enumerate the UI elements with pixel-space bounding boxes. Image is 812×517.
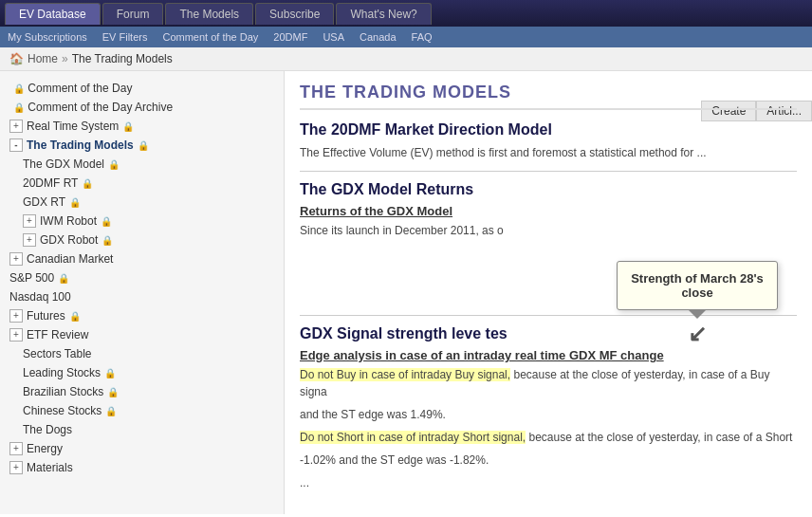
sidebar-item-20dmf-rt[interactable]: 20DMF RT 🔒 (0, 174, 284, 193)
lock-icon: 🔒 (138, 140, 149, 151)
section3-line2: Do not Short in case of intraday Short s… (300, 429, 797, 446)
main-layout: 🔒 Comment of the Day 🔒 Comment of the Da… (0, 71, 812, 514)
expand-icon-iwm: + (23, 214, 36, 228)
sidebar-item-energy[interactable]: + Energy (0, 439, 284, 458)
lock-icon: 🔒 (82, 178, 93, 189)
section3-line1-extra: and the ST edge was 1.49%. (300, 406, 797, 423)
nav-ev-filters[interactable]: EV Filters (102, 31, 148, 43)
sidebar-item-canadian-market[interactable]: + Canadian Market (0, 249, 284, 268)
nav-tab-ev-database[interactable]: EV Database (5, 3, 101, 25)
section3-subheading: Edge analysis in case of an intraday rea… (300, 348, 797, 362)
expand-icon-real-time: + (9, 120, 23, 133)
sidebar-item-futures[interactable]: + Futures 🔒 (0, 306, 284, 325)
lock-icon: 🔒 (69, 197, 81, 208)
lock-icon: 🔒 (104, 368, 116, 379)
sidebar-item-gdx-robot[interactable]: + GDX Robot 🔒 (0, 231, 284, 249)
expand-icon-futures: + (9, 309, 23, 323)
nav-tab-models[interactable]: The Models (165, 3, 253, 25)
sidebar-item-trading-models[interactable]: - The Trading Models 🔒 (0, 136, 284, 155)
section2-body: Since its launch in December 2011, as o (300, 222, 797, 239)
section2-subheading: Returns of the GDX Model (300, 204, 797, 218)
section3-heading: GDX Signal strength leve tes (300, 325, 797, 342)
expand-icon-energy: + (9, 442, 23, 455)
lock-icon: 🔒 (13, 83, 25, 94)
sidebar-item-comment-archive[interactable]: 🔒 Comment of the Day Archive (0, 98, 284, 117)
sidebar: 🔒 Comment of the Day 🔒 Comment of the Da… (0, 71, 285, 514)
sidebar-item-comment-of-day[interactable]: 🔒 Comment of the Day (0, 79, 284, 98)
nav-my-subscriptions[interactable]: My Subscriptions (8, 31, 87, 43)
nav-comment-of-day[interactable]: Comment of the Day (162, 31, 258, 43)
lock-icon: 🔒 (122, 121, 134, 132)
top-navigation: EV Database Forum The Models Subscribe W… (0, 0, 812, 27)
breadcrumb-home[interactable]: Home (28, 52, 58, 65)
sidebar-item-gdx-rt[interactable]: GDX RT 🔒 (0, 193, 284, 212)
expand-icon-canadian: + (9, 252, 23, 266)
breadcrumb-current: The Trading Models (72, 52, 173, 65)
sidebar-item-the-dogs[interactable]: The Dogs (0, 420, 284, 439)
sidebar-item-sp500[interactable]: S&P 500 🔒 (0, 268, 284, 287)
tooltip-bubble: Strength of March 28's close ↙ (617, 261, 778, 310)
expand-icon-etf: + (9, 328, 23, 342)
breadcrumb: 🏠 Home » The Trading Models (0, 47, 812, 71)
line1-highlight: Do not Buy in case of intraday Buy signa… (300, 368, 510, 381)
sidebar-item-materials[interactable]: + Materials (0, 458, 284, 477)
second-navigation: My Subscriptions EV Filters Comment of t… (0, 27, 812, 47)
nav-tab-whatsnew[interactable]: What's New? (336, 3, 431, 25)
lock-icon: 🔒 (107, 387, 119, 397)
line2-post: because at the close of yesterday, in ca… (528, 431, 792, 444)
nav-20dmf[interactable]: 20DMF (273, 31, 307, 43)
sidebar-item-iwm-robot[interactable]: + IWM Robot 🔒 (0, 212, 284, 231)
sidebar-item-brazilian-stocks[interactable]: Brazilian Stocks 🔒 (0, 382, 284, 401)
section1-heading: The 20DMF Market Direction Model (300, 121, 797, 138)
nav-canada[interactable]: Canada (360, 31, 397, 43)
section3-line1: Do not Buy in case of intraday Buy signa… (300, 366, 797, 400)
section3-ellipsis: ... (300, 474, 797, 491)
sidebar-item-chinese-stocks[interactable]: Chinese Stocks 🔒 (0, 401, 284, 420)
expand-icon-gdx-robot: + (23, 233, 36, 247)
expand-icon-materials: + (9, 461, 23, 474)
content-area: THE TRADING MODELS The 20DMF Market Dire… (285, 71, 812, 514)
content-title: THE TRADING MODELS (300, 83, 797, 110)
line2-highlight: Do not Short in case of intraday Short s… (300, 431, 526, 444)
sidebar-item-leading-stocks[interactable]: Leading Stocks 🔒 (0, 363, 284, 382)
lock-icon: 🔒 (101, 216, 112, 227)
section3-line2-extra: -1.02% and the ST edge was -1.82%. (300, 452, 797, 469)
lock-icon: 🔒 (69, 311, 81, 322)
nav-usa[interactable]: USA (323, 31, 344, 43)
nav-tab-subscribe[interactable]: Subscribe (255, 3, 334, 25)
lock-icon: 🔒 (105, 406, 117, 416)
sidebar-item-gdx-model[interactable]: The GDX Model 🔒 (0, 155, 284, 174)
section1-body: The Effective Volume (EV) method is firs… (300, 144, 797, 161)
section-divider-1 (300, 171, 797, 172)
lock-icon: 🔒 (102, 235, 113, 246)
section2-heading: The GDX Model Returns (300, 181, 797, 198)
nav-faq[interactable]: FAQ (412, 31, 433, 43)
lock-icon: 🔒 (58, 273, 69, 284)
lock-icon: 🔒 (13, 102, 25, 113)
expand-icon-trading-models: - (9, 138, 23, 152)
sidebar-item-real-time-system[interactable]: + Real Time System 🔒 (0, 117, 284, 136)
section-divider-2 (300, 315, 797, 316)
home-icon: 🏠 (9, 52, 24, 65)
sidebar-item-nasdaq100[interactable]: Nasdaq 100 (0, 287, 284, 306)
lock-icon: 🔒 (108, 159, 120, 170)
tooltip-arrow: ↙ (688, 321, 707, 347)
sidebar-item-etf-review[interactable]: + ETF Review (0, 325, 284, 344)
sidebar-item-sectors-table[interactable]: Sectors Table (0, 344, 284, 363)
nav-tab-forum[interactable]: Forum (102, 3, 164, 25)
breadcrumb-separator: » (62, 52, 68, 65)
